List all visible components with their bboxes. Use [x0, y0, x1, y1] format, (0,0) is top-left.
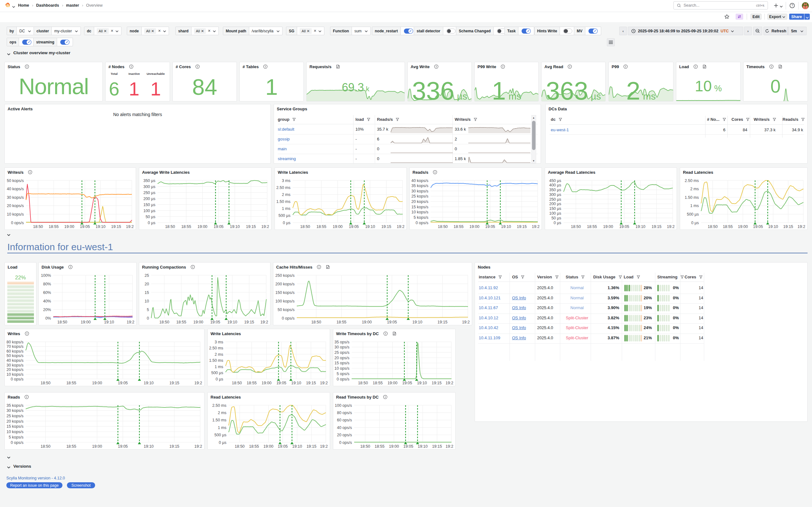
svg-text:19:05: 19:05 [214, 224, 224, 229]
svg-text:18:50: 18:50 [41, 444, 50, 449]
svg-text:100%: 100% [41, 273, 51, 278]
svg-text:0: 0 [147, 316, 149, 321]
svg-text:20 kops/s: 20 kops/s [6, 368, 23, 372]
svg-text:20: 20 [144, 282, 149, 286]
svg-text:10 kops/s: 10 kops/s [411, 210, 428, 214]
svg-text:19:00: 19:00 [64, 224, 74, 229]
svg-text:60 ops/s: 60 ops/s [337, 418, 352, 422]
svg-text:500 µs: 500 µs [214, 433, 226, 437]
svg-text:19:05: 19:05 [349, 224, 359, 229]
svg-text:18:55: 18:55 [247, 381, 256, 385]
svg-text:5 kops/s: 5 kops/s [413, 215, 428, 220]
svg-text:50 kops/s: 50 kops/s [6, 353, 23, 358]
svg-text:19:2: 19:2 [260, 320, 268, 324]
svg-text:35 ops/s: 35 ops/s [335, 340, 349, 344]
svg-text:3 ms: 3 ms [215, 340, 223, 344]
svg-text:25 kops/s: 25 kops/s [6, 414, 23, 418]
svg-text:50 kops/s: 50 kops/s [278, 307, 295, 312]
svg-text:50 µs: 50 µs [552, 216, 561, 220]
svg-text:40%: 40% [43, 299, 51, 303]
svg-text:19:10: 19:10 [230, 224, 240, 229]
svg-text:500 µs: 500 µs [211, 371, 223, 375]
svg-text:150 µs: 150 µs [143, 203, 155, 207]
svg-text:19:00: 19:00 [193, 320, 203, 324]
svg-text:18:55: 18:55 [66, 444, 76, 449]
svg-text:19:2: 19:2 [797, 224, 805, 229]
svg-text:1 ms: 1 ms [215, 364, 223, 369]
svg-text:19:00: 19:00 [738, 224, 748, 229]
svg-text:19:10: 19:10 [417, 381, 427, 385]
svg-text:1 ms: 1 ms [218, 426, 226, 430]
svg-text:0 ops/s: 0 ops/s [337, 377, 349, 382]
svg-text:35 kops/s: 35 kops/s [6, 403, 23, 408]
svg-text:10 kops/s: 10 kops/s [6, 430, 23, 434]
svg-text:19:05: 19:05 [402, 381, 412, 385]
svg-text:60 kops/s: 60 kops/s [6, 349, 23, 353]
svg-text:20 ops/s: 20 ops/s [335, 356, 349, 360]
svg-text:18:55: 18:55 [374, 444, 384, 449]
svg-text:0 µs: 0 µs [216, 377, 223, 382]
svg-text:5: 5 [147, 307, 149, 312]
svg-text:100 ops/s: 100 ops/s [335, 403, 352, 408]
svg-text:18:55: 18:55 [373, 381, 383, 385]
svg-text:18:55: 18:55 [176, 320, 186, 324]
svg-text:19:00: 19:00 [92, 444, 102, 449]
svg-text:19:05: 19:05 [80, 224, 90, 229]
svg-text:30 kops/s: 30 kops/s [6, 408, 23, 413]
svg-text:19:05: 19:05 [210, 320, 220, 324]
svg-text:200 µs: 200 µs [549, 202, 561, 206]
svg-text:10: 10 [144, 299, 149, 303]
svg-text:18:50: 18:50 [232, 381, 242, 385]
svg-text:19:2: 19:2 [667, 224, 675, 229]
svg-text:?: ? [792, 4, 793, 7]
svg-text:18:55: 18:55 [49, 224, 59, 229]
svg-text:20 kops/s: 20 kops/s [411, 200, 428, 204]
svg-text:19:10: 19:10 [768, 224, 778, 229]
svg-text:19:2: 19:2 [261, 224, 269, 229]
svg-text:10 kops/s: 10 kops/s [6, 372, 23, 377]
svg-text:40 kops/s: 40 kops/s [411, 178, 428, 183]
svg-text:19:05: 19:05 [277, 381, 286, 385]
svg-text:19:00: 19:00 [388, 381, 397, 385]
svg-text:19:15: 19:15 [169, 444, 179, 449]
svg-text:300 µs: 300 µs [143, 184, 155, 189]
svg-text:19:00: 19:00 [81, 320, 91, 324]
svg-text:19:00: 19:00 [603, 224, 613, 229]
svg-text:80%: 80% [43, 282, 51, 286]
svg-text:1 ms: 1 ms [690, 204, 699, 208]
svg-text:19:00: 19:00 [92, 381, 102, 385]
svg-text:100 µs: 100 µs [549, 211, 561, 216]
svg-text:18:50: 18:50 [33, 224, 43, 229]
svg-text:25 kops/s: 25 kops/s [411, 194, 428, 199]
svg-text:19:10: 19:10 [143, 444, 154, 449]
svg-text:2.50 ms: 2.50 ms [277, 185, 290, 190]
svg-text:3 ms: 3 ms [282, 178, 290, 183]
svg-text:19:10: 19:10 [104, 320, 114, 324]
svg-text:19:15: 19:15 [246, 224, 256, 229]
svg-text:0 ops/s: 0 ops/s [339, 440, 352, 445]
svg-text:500 µs: 500 µs [278, 213, 290, 218]
svg-text:0 ops/s: 0 ops/s [11, 440, 23, 445]
svg-text:19:00: 19:00 [362, 320, 371, 324]
svg-text:19:05: 19:05 [278, 444, 288, 449]
svg-text:0 µs: 0 µs [691, 221, 699, 225]
svg-text:350 µs: 350 µs [143, 178, 155, 183]
svg-text:100 µs: 100 µs [143, 209, 155, 213]
svg-text:19:05: 19:05 [485, 224, 495, 229]
svg-text:19:05: 19:05 [619, 224, 629, 229]
svg-text:500 µs: 500 µs [687, 212, 699, 217]
svg-text:18:50: 18:50 [160, 320, 169, 324]
svg-text:2.50 ms: 2.50 ms [685, 178, 699, 183]
svg-text:19:00: 19:00 [197, 224, 208, 229]
svg-text:10 ops/s: 10 ops/s [335, 366, 349, 371]
svg-text:1.50 ms: 1.50 ms [209, 358, 223, 363]
svg-text:18:50: 18:50 [165, 224, 175, 229]
svg-text:18:55: 18:55 [336, 320, 346, 324]
svg-text:18:55: 18:55 [316, 224, 326, 229]
svg-text:0 µs: 0 µs [219, 440, 226, 445]
svg-text:19:00: 19:00 [264, 444, 273, 449]
svg-text:19:2: 19:2 [532, 224, 539, 229]
svg-text:19:10: 19:10 [365, 224, 375, 229]
svg-text:150 µs: 150 µs [549, 207, 561, 211]
svg-text:2.50 ms: 2.50 ms [213, 403, 226, 408]
